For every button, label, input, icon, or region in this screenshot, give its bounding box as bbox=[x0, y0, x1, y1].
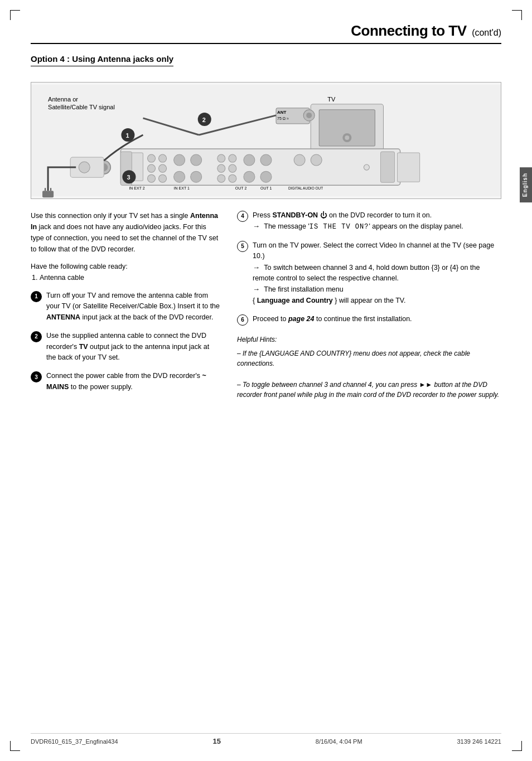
step-4-text: Press STANDBY-ON ⏻ on the DVD recorder t… bbox=[253, 210, 501, 232]
svg-point-40 bbox=[260, 171, 272, 182]
svg-point-30 bbox=[191, 171, 202, 182]
page-title: Connecting to TV bbox=[351, 22, 466, 39]
step-1-bullet: 1 bbox=[31, 291, 42, 302]
svg-point-39 bbox=[260, 154, 272, 166]
svg-text:1: 1 bbox=[125, 132, 129, 139]
step-6-text: Proceed to page 24 to continue the first… bbox=[253, 314, 501, 324]
step-5: 5 Turn on the TV power. Select the corre… bbox=[237, 240, 501, 306]
helpful-hints: Helpful Hints: – If the {LANGUAGE AND CO… bbox=[237, 335, 501, 400]
diagram-box: Antenna or Satellite/Cable TV signal TV … bbox=[31, 82, 501, 199]
svg-point-27 bbox=[174, 154, 185, 166]
page-content: Connecting to TV (cont'd) Option 4 : Usi… bbox=[0, 0, 532, 761]
svg-point-31 bbox=[217, 154, 225, 162]
svg-point-28 bbox=[174, 171, 185, 182]
col-left: Use this connection only if your TV set … bbox=[31, 210, 220, 400]
hint-2: – To toggle between channel 3 and channe… bbox=[237, 380, 501, 400]
svg-point-46 bbox=[311, 154, 322, 166]
svg-point-9 bbox=[345, 135, 349, 140]
step-2-text: Use the supplied antenna cable to connec… bbox=[46, 331, 220, 363]
footer-right: 3139 246 14221 bbox=[457, 738, 501, 745]
step-6-bullet: 6 bbox=[237, 314, 248, 326]
svg-text:75 Ω ≈: 75 Ω ≈ bbox=[277, 117, 289, 120]
svg-point-14 bbox=[306, 113, 312, 118]
svg-text:Satellite/Cable TV signal: Satellite/Cable TV signal bbox=[48, 104, 115, 110]
svg-point-32 bbox=[217, 164, 225, 172]
svg-point-24 bbox=[159, 154, 167, 162]
step-6: 6 Proceed to page 24 to continue the fir… bbox=[237, 314, 501, 326]
svg-point-55 bbox=[79, 162, 90, 173]
intro-text: Use this connection only if your TV set … bbox=[31, 210, 220, 255]
svg-point-37 bbox=[244, 154, 255, 166]
svg-text:3: 3 bbox=[127, 174, 130, 181]
step-5-bullet: 5 bbox=[237, 241, 248, 252]
step-5-text: Turn on the TV power. Select the correct… bbox=[253, 240, 501, 306]
footer-page-number: 15 bbox=[212, 737, 220, 745]
svg-text:DIGITAL AUDIO OUT: DIGITAL AUDIO OUT bbox=[288, 186, 323, 190]
svg-text:ANT: ANT bbox=[277, 110, 287, 115]
svg-rect-60 bbox=[42, 191, 54, 197]
page-footer: DVDR610_615_37_Engfinal434 15 8/16/04, 4… bbox=[31, 733, 501, 745]
svg-point-26 bbox=[159, 175, 167, 182]
helpful-hints-title: Helpful Hints: bbox=[237, 335, 501, 345]
svg-point-22 bbox=[147, 164, 155, 172]
svg-point-36 bbox=[229, 175, 236, 182]
svg-point-29 bbox=[191, 154, 202, 166]
step-2: 2 Use the supplied antenna cable to conn… bbox=[31, 331, 220, 363]
step-3-bullet: 3 bbox=[31, 371, 42, 382]
page-title-subtitle: (cont'd) bbox=[472, 28, 501, 37]
svg-rect-49 bbox=[380, 152, 394, 182]
page-header: Connecting to TV (cont'd) bbox=[31, 22, 501, 44]
svg-point-21 bbox=[147, 154, 155, 162]
svg-rect-50 bbox=[398, 153, 420, 182]
step-3: 3 Connect the power cable from the DVD r… bbox=[31, 371, 220, 392]
svg-point-38 bbox=[244, 171, 255, 182]
svg-point-48 bbox=[364, 164, 369, 170]
cable-list: Antenna cable bbox=[40, 274, 220, 282]
footer-date: 8/16/04, 4:04 PM bbox=[316, 738, 362, 745]
svg-text:IN EXT 1: IN EXT 1 bbox=[174, 186, 190, 190]
step-1: 1 Turn off your TV and remove the antenn… bbox=[31, 290, 220, 323]
svg-text:IN EXT 2: IN EXT 2 bbox=[129, 186, 144, 190]
cable-list-item: Antenna cable bbox=[40, 274, 220, 282]
page-title-area: Connecting to TV (cont'd) bbox=[351, 22, 501, 40]
svg-point-33 bbox=[217, 175, 225, 182]
footer-left: DVDR610_615_37_Engfinal434 bbox=[31, 738, 118, 745]
step-4-bullet: 4 bbox=[237, 211, 248, 222]
step-4: 4 Press STANDBY-ON ⏻ on the DVD recorder… bbox=[237, 210, 501, 232]
svg-text:Antenna or: Antenna or bbox=[48, 96, 78, 103]
step-1-text: Turn off your TV and remove the antenna … bbox=[46, 290, 220, 323]
main-content: Use this connection only if your TV set … bbox=[31, 210, 501, 400]
section-heading: Option 4 : Using Antenna jacks only bbox=[31, 54, 173, 66]
step-3-text: Connect the power cable from the DVD rec… bbox=[46, 371, 220, 392]
cable-ready-label: Have the following cable ready: bbox=[31, 263, 220, 270]
svg-point-23 bbox=[147, 175, 155, 182]
diagram-svg: Antenna or Satellite/Cable TV signal TV … bbox=[31, 83, 501, 198]
svg-text:OUT 1: OUT 1 bbox=[260, 186, 272, 190]
hint-1: – If the {LANGUAGE AND COUNTRY} menu doe… bbox=[237, 348, 501, 369]
svg-point-34 bbox=[229, 154, 236, 162]
svg-point-35 bbox=[229, 164, 236, 172]
step-2-bullet: 2 bbox=[31, 331, 42, 342]
col-right: 4 Press STANDBY-ON ⏻ on the DVD recorder… bbox=[237, 210, 501, 400]
svg-point-45 bbox=[294, 154, 305, 166]
svg-text:OUT 2: OUT 2 bbox=[235, 186, 247, 190]
svg-text:2: 2 bbox=[202, 117, 206, 123]
svg-text:TV: TV bbox=[327, 96, 336, 103]
svg-point-25 bbox=[159, 164, 167, 172]
